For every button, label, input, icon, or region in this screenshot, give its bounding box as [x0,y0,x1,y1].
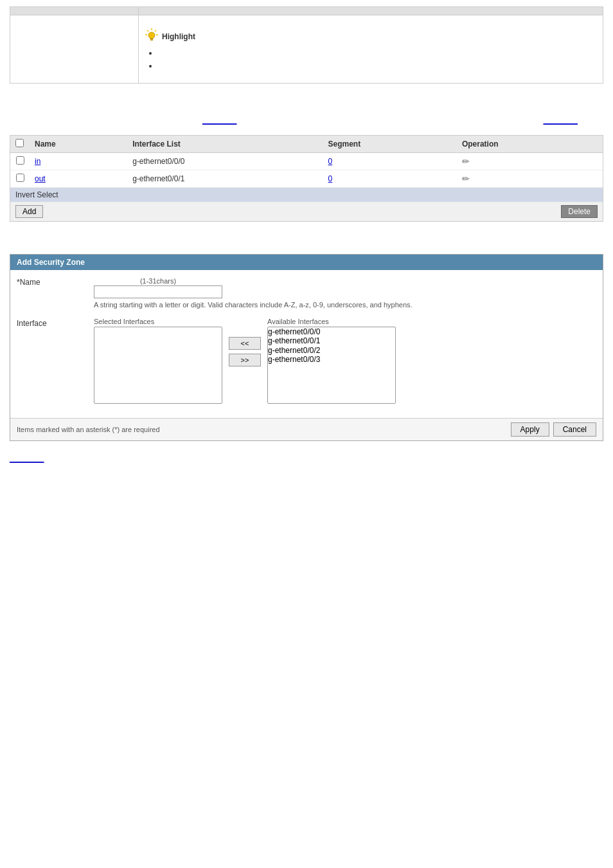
add-zone-header: Add Security Zone [10,255,603,270]
selected-interfaces-list[interactable] [94,327,222,404]
interface-dual-panel: Selected Interfaces << >> Available Inte… [94,318,596,404]
highlight-box: Highlight [145,22,596,77]
add-zone-body: *Name (1-31chars) A string starting with… [10,270,603,418]
available-interface-item[interactable]: g-ethernet0/0/1 [268,336,395,345]
name-hint-text: A string starting with a letter or digit… [94,301,596,309]
top-table-header-left [10,7,139,15]
row-checkbox-in[interactable] [16,156,24,165]
svg-point-5 [148,32,155,39]
link-1[interactable]: ________ [202,116,236,125]
available-interfaces-list[interactable]: g-ethernet0/0/0 g-ethernet0/0/1 g-ethern… [267,327,396,404]
invert-select-row: Invert Select [10,188,603,203]
bottom-link-wrapper: ________ [10,454,603,463]
interface-label: Interface [17,318,94,328]
delete-button[interactable]: Delete [561,205,598,218]
footer-note: Items marked with an asterisk (*) are re… [17,426,511,433]
name-input[interactable] [94,285,222,298]
available-interfaces-box: Available Interfaces g-ethernet0/0/0 g-e… [267,318,396,404]
top-table-header-right [139,7,603,15]
table-row: out g-ethernet0/0/1 0 ✏ [10,170,603,188]
row-name-in: in [30,153,127,170]
available-interfaces-label: Available Interfaces [267,318,396,325]
col-checkbox-header [10,136,30,153]
edit-icon-out[interactable]: ✏ [462,174,470,184]
top-table-left-cell [10,15,139,84]
segment-link-in[interactable]: 0 [328,157,333,166]
name-hint-chars: (1-31chars) [94,277,222,285]
name-form-row: *Name (1-31chars) A string starting with… [17,276,596,310]
bottom-link[interactable]: ________ [10,454,44,463]
highlight-label: Highlight [162,32,195,41]
highlight-table: Highlight [10,6,603,84]
edit-icon-in[interactable]: ✏ [462,156,470,167]
row-operation-out: ✏ [457,170,603,188]
row-segment-in: 0 [323,153,457,170]
row-interface-in: g-ethernet0/0/0 [127,153,323,170]
name-link-out[interactable]: out [35,174,46,183]
link-2[interactable]: ________ [544,116,578,125]
selected-interfaces-box: Selected Interfaces [94,318,222,404]
highlight-title: Highlight [145,28,596,44]
row-operation-in: ✏ [457,153,603,170]
cancel-button[interactable]: Cancel [553,422,596,437]
name-label: *Name [17,276,94,287]
col-operation-header: Operation [457,136,603,153]
zone-table: Name Interface List Segment Operation [10,136,603,221]
segment-link-out[interactable]: 0 [328,174,333,183]
available-interface-item[interactable]: g-ethernet0/0/3 [268,355,395,364]
row-checkbox-cell [10,153,30,170]
table-row: in g-ethernet0/0/0 0 ✏ [10,153,603,170]
name-link-in[interactable]: in [35,157,40,166]
interface-form-row: Interface Selected Interfaces << [17,318,596,404]
invert-select-cell: Invert Select [10,188,603,203]
bullet-item-2 [158,61,596,70]
row-name-out: out [30,170,127,188]
col-name-header: Name [30,136,127,153]
svg-line-2 [155,30,156,32]
transfer-right-button[interactable]: >> [229,354,261,366]
available-interface-item[interactable]: g-ethernet0/0/2 [268,346,395,355]
col-interface-header: Interface List [127,136,323,153]
transfer-buttons: << >> [222,318,267,366]
svg-rect-6 [150,39,154,40]
bulb-icon [145,28,158,44]
row-segment-out: 0 [323,170,457,188]
add-security-zone-panel: Add Security Zone *Name (1-31chars) A st… [10,254,603,441]
action-cell: Add Delete [10,203,603,221]
top-table-right-cell: Highlight [139,15,603,84]
invert-select-button[interactable]: Invert Select [15,190,58,199]
add-zone-title: Add Security Zone [17,258,85,267]
transfer-left-button[interactable]: << [229,337,261,350]
zone-table-wrapper: Name Interface List Segment Operation [10,135,603,222]
action-row: Add Delete [10,203,603,221]
svg-line-1 [147,30,148,32]
row-checkbox-out[interactable] [16,174,24,182]
interface-form-content: Selected Interfaces << >> Available Inte… [94,318,596,404]
add-button[interactable]: Add [15,205,43,218]
select-all-checkbox[interactable] [15,139,24,147]
panel-footer: Items marked with an asterisk (*) are re… [10,418,603,440]
bullet-item-1 [158,48,596,57]
row-checkbox-cell [10,170,30,188]
selected-interfaces-label: Selected Interfaces [94,318,222,325]
available-interface-item[interactable]: g-ethernet0/0/0 [268,327,395,336]
col-segment-header: Segment [323,136,457,153]
svg-rect-7 [150,40,153,41]
apply-button[interactable]: Apply [511,422,549,437]
row-interface-out: g-ethernet0/0/1 [127,170,323,188]
name-form-content: (1-31chars) A string starting with a let… [94,276,596,310]
